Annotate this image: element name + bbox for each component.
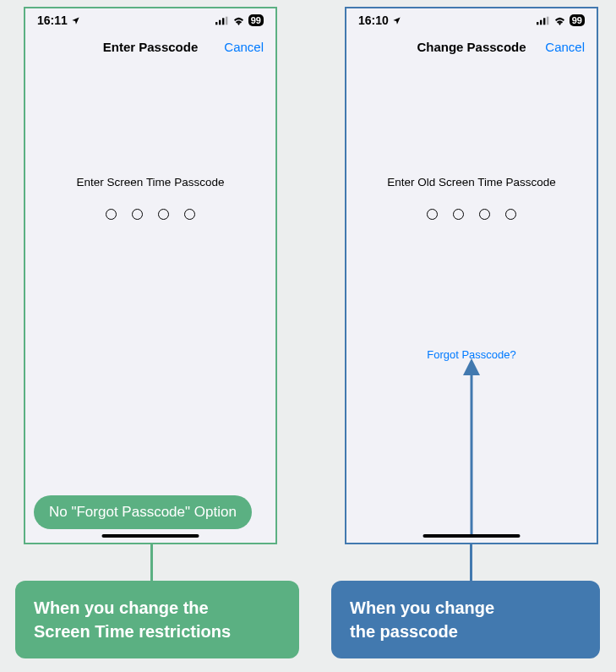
annotation-pill: No "Forgot Passcode" Option (34, 495, 252, 529)
signal-icon (537, 16, 550, 25)
status-left: 16:11 (37, 14, 80, 27)
connector-line-left (150, 544, 153, 584)
nav-title: Enter Passcode (103, 40, 199, 54)
svg-rect-4 (537, 22, 538, 25)
passcode-prompt: Enter Old Screen Time Passcode (346, 176, 597, 188)
battery-badge: 99 (248, 14, 264, 26)
passcode-dot (453, 209, 464, 220)
wifi-icon (232, 16, 245, 25)
status-bar: 16:10 99 (346, 8, 597, 29)
status-right: 99 (537, 14, 585, 26)
nav-bar: Enter Passcode Cancel (25, 29, 275, 64)
location-icon (392, 16, 401, 25)
caption-line: Screen Time restrictions (34, 620, 281, 643)
caption-line: When you change the (34, 596, 281, 620)
passcode-dot (427, 209, 438, 220)
passcode-dots[interactable] (25, 209, 275, 220)
nav-bar: Change Passcode Cancel (346, 29, 597, 64)
passcode-dot (505, 209, 516, 220)
svg-rect-3 (226, 16, 227, 25)
passcode-dot (106, 209, 117, 220)
wifi-icon (553, 16, 566, 25)
status-time: 16:11 (37, 14, 68, 27)
caption-left: When you change the Screen Time restrict… (15, 581, 299, 658)
svg-rect-7 (547, 16, 548, 25)
passcode-dot (158, 209, 169, 220)
passcode-dot (184, 209, 195, 220)
signal-icon (215, 16, 229, 25)
passcode-dot (132, 209, 143, 220)
svg-rect-0 (215, 22, 217, 25)
passcode-dot (479, 209, 490, 220)
svg-rect-1 (219, 19, 221, 25)
passcode-prompt: Enter Screen Time Passcode (25, 176, 275, 188)
status-time: 16:10 (358, 14, 389, 27)
cancel-button[interactable]: Cancel (545, 40, 585, 54)
svg-rect-2 (222, 18, 224, 25)
passcode-dots[interactable] (346, 209, 597, 220)
svg-marker-9 (463, 358, 480, 375)
caption-line: the passcode (350, 620, 581, 643)
cancel-button[interactable]: Cancel (224, 40, 264, 54)
battery-level: 99 (572, 15, 582, 25)
passcode-content: Enter Screen Time Passcode (25, 176, 275, 220)
phone-enter-passcode: 16:11 99 Enter Passcode Cancel Enter Scr… (24, 7, 277, 544)
status-bar: 16:11 99 (25, 8, 275, 29)
status-left: 16:10 (358, 14, 401, 27)
svg-rect-5 (540, 19, 542, 25)
connector-line-right (470, 544, 472, 584)
nav-title: Change Passcode (417, 40, 526, 54)
status-right: 99 (215, 14, 264, 26)
passcode-content: Enter Old Screen Time Passcode (346, 176, 597, 220)
location-icon (71, 16, 80, 25)
battery-badge: 99 (570, 14, 585, 26)
arrow-up-icon (461, 358, 482, 534)
svg-rect-6 (543, 18, 545, 25)
battery-level: 99 (251, 15, 261, 25)
home-indicator[interactable] (102, 534, 199, 538)
home-indicator[interactable] (423, 534, 521, 538)
caption-right: When you change the passcode (331, 581, 600, 658)
caption-line: When you change (350, 596, 581, 620)
